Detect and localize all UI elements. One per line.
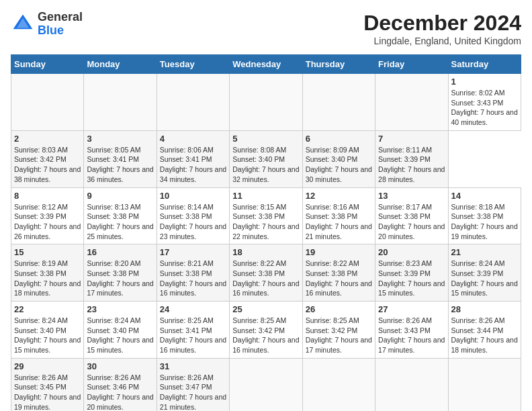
day-info: Sunrise: 8:06 AMSunset: 3:41 PMDaylight:…	[160, 145, 226, 185]
day-number: 5	[232, 134, 299, 144]
calendar-day-cell: 25Sunrise: 8:25 AMSunset: 3:42 PMDayligh…	[230, 302, 302, 359]
day-number: 18	[232, 247, 299, 257]
calendar-day-cell: 11Sunrise: 8:15 AMSunset: 3:38 PMDayligh…	[230, 187, 302, 244]
day-info: Sunrise: 8:22 AMSunset: 3:38 PMDaylight:…	[306, 259, 372, 298]
calendar-day-cell: 19Sunrise: 8:22 AMSunset: 3:38 PMDayligh…	[302, 244, 375, 302]
day-info: Sunrise: 8:15 AMSunset: 3:38 PMDaylight:…	[232, 202, 299, 242]
day-info: Sunrise: 8:08 AMSunset: 3:40 PMDaylight:…	[232, 145, 299, 185]
calendar-day-cell: 18Sunrise: 8:22 AMSunset: 3:38 PMDayligh…	[230, 244, 302, 302]
calendar-day-cell: 23Sunrise: 8:24 AMSunset: 3:40 PMDayligh…	[84, 302, 157, 359]
day-info: Sunrise: 8:26 AMSunset: 3:45 PMDaylight:…	[14, 373, 81, 411]
day-number: 21	[451, 247, 518, 257]
day-number: 17	[160, 247, 226, 257]
day-number: 25	[232, 304, 299, 314]
calendar-header-wednesday: Wednesday	[230, 55, 302, 74]
calendar-day-cell: 22Sunrise: 8:24 AMSunset: 3:40 PMDayligh…	[11, 302, 84, 359]
day-number: 1	[451, 77, 518, 87]
day-number: 24	[160, 304, 226, 314]
calendar-header-row: SundayMondayTuesdayWednesdayThursdayFrid…	[11, 55, 521, 74]
calendar-day-cell: 20Sunrise: 8:23 AMSunset: 3:39 PMDayligh…	[375, 244, 448, 302]
day-info: Sunrise: 8:26 AMSunset: 3:47 PMDaylight:…	[160, 373, 226, 411]
day-info: Sunrise: 8:14 AMSunset: 3:38 PMDaylight:…	[160, 202, 226, 242]
calendar-day-cell: 7Sunrise: 8:11 AMSunset: 3:39 PMDaylight…	[375, 130, 448, 187]
day-info: Sunrise: 8:21 AMSunset: 3:38 PMDaylight:…	[160, 259, 226, 298]
day-number: 29	[14, 361, 81, 371]
day-number: 4	[160, 134, 226, 144]
calendar-day-cell: 27Sunrise: 8:26 AMSunset: 3:43 PMDayligh…	[375, 302, 448, 359]
day-info: Sunrise: 8:03 AMSunset: 3:42 PMDaylight:…	[14, 145, 81, 185]
calendar-day-cell: 8Sunrise: 8:12 AMSunset: 3:39 PMDaylight…	[11, 187, 84, 244]
calendar-header-saturday: Saturday	[448, 55, 521, 74]
day-info: Sunrise: 8:23 AMSunset: 3:39 PMDaylight:…	[378, 259, 445, 298]
calendar-header-monday: Monday	[84, 55, 157, 74]
calendar-day-cell: 1Sunrise: 8:02 AMSunset: 3:43 PMDaylight…	[448, 74, 521, 131]
day-info: Sunrise: 8:11 AMSunset: 3:39 PMDaylight:…	[378, 145, 445, 185]
day-number: 10	[160, 191, 226, 201]
calendar-day-cell: 14Sunrise: 8:18 AMSunset: 3:38 PMDayligh…	[448, 187, 521, 244]
day-number: 22	[14, 304, 81, 314]
day-info: Sunrise: 8:26 AMSunset: 3:43 PMDaylight:…	[378, 316, 445, 355]
calendar-day-cell: 15Sunrise: 8:19 AMSunset: 3:38 PMDayligh…	[11, 244, 84, 302]
logo-text: General Blue	[38, 11, 83, 38]
day-info: Sunrise: 8:20 AMSunset: 3:38 PMDaylight:…	[87, 259, 153, 298]
day-info: Sunrise: 8:25 AMSunset: 3:41 PMDaylight:…	[160, 316, 226, 355]
day-number: 19	[306, 247, 372, 257]
day-number: 6	[306, 134, 372, 144]
empty-cell	[375, 358, 448, 411]
calendar-day-cell: 24Sunrise: 8:25 AMSunset: 3:41 PMDayligh…	[157, 302, 229, 359]
day-number: 3	[87, 134, 153, 144]
day-info: Sunrise: 8:18 AMSunset: 3:38 PMDaylight:…	[451, 202, 518, 242]
day-number: 28	[451, 304, 518, 314]
page-header: General Blue December 2024 Lingdale, Eng…	[11, 11, 521, 46]
day-info: Sunrise: 8:05 AMSunset: 3:41 PMDaylight:…	[87, 145, 153, 185]
empty-cell	[157, 74, 229, 131]
day-info: Sunrise: 8:25 AMSunset: 3:42 PMDaylight:…	[306, 316, 372, 355]
empty-cell	[302, 74, 375, 131]
day-number: 12	[306, 191, 372, 201]
day-number: 23	[87, 304, 153, 314]
empty-cell	[11, 74, 84, 131]
empty-cell	[84, 74, 157, 131]
general-blue-logo-icon	[11, 12, 35, 36]
day-number: 13	[378, 191, 445, 201]
calendar-day-cell: 28Sunrise: 8:26 AMSunset: 3:44 PMDayligh…	[448, 302, 521, 359]
day-info: Sunrise: 8:12 AMSunset: 3:39 PMDaylight:…	[14, 202, 81, 242]
calendar-day-cell: 13Sunrise: 8:17 AMSunset: 3:38 PMDayligh…	[375, 187, 448, 244]
calendar-day-cell: 29Sunrise: 8:26 AMSunset: 3:45 PMDayligh…	[11, 358, 84, 411]
day-info: Sunrise: 8:22 AMSunset: 3:38 PMDaylight:…	[232, 259, 299, 298]
calendar-week-row: 22Sunrise: 8:24 AMSunset: 3:40 PMDayligh…	[11, 302, 521, 359]
empty-cell	[375, 74, 448, 131]
day-info: Sunrise: 8:19 AMSunset: 3:38 PMDaylight:…	[14, 259, 81, 298]
calendar-week-row: 15Sunrise: 8:19 AMSunset: 3:38 PMDayligh…	[11, 244, 521, 302]
calendar-day-cell: 16Sunrise: 8:20 AMSunset: 3:38 PMDayligh…	[84, 244, 157, 302]
empty-cell	[302, 358, 375, 411]
calendar-header-sunday: Sunday	[11, 55, 84, 74]
day-number: 30	[87, 361, 153, 371]
calendar-header-thursday: Thursday	[302, 55, 375, 74]
calendar-table: SundayMondayTuesdayWednesdayThursdayFrid…	[11, 54, 521, 411]
day-number: 11	[232, 191, 299, 201]
day-info: Sunrise: 8:09 AMSunset: 3:40 PMDaylight:…	[306, 145, 372, 185]
day-number: 31	[160, 361, 226, 371]
day-number: 14	[451, 191, 518, 201]
calendar-day-cell: 3Sunrise: 8:05 AMSunset: 3:41 PMDaylight…	[84, 130, 157, 187]
day-info: Sunrise: 8:24 AMSunset: 3:40 PMDaylight:…	[14, 316, 81, 355]
day-info: Sunrise: 8:26 AMSunset: 3:46 PMDaylight:…	[87, 373, 153, 411]
day-info: Sunrise: 8:25 AMSunset: 3:42 PMDaylight:…	[232, 316, 299, 355]
title-area: December 2024 Lingdale, England, United …	[363, 11, 521, 46]
logo-blue: Blue	[38, 24, 83, 38]
calendar-day-cell: 30Sunrise: 8:26 AMSunset: 3:46 PMDayligh…	[84, 358, 157, 411]
day-number: 27	[378, 304, 445, 314]
day-number: 7	[378, 134, 445, 144]
empty-cell	[230, 358, 302, 411]
calendar-day-cell: 4Sunrise: 8:06 AMSunset: 3:41 PMDaylight…	[157, 130, 229, 187]
day-number: 16	[87, 247, 153, 257]
calendar-week-row: 1Sunrise: 8:02 AMSunset: 3:43 PMDaylight…	[11, 74, 521, 131]
calendar-header-tuesday: Tuesday	[157, 55, 229, 74]
empty-cell	[230, 74, 302, 131]
day-number: 26	[306, 304, 372, 314]
calendar-day-cell: 26Sunrise: 8:25 AMSunset: 3:42 PMDayligh…	[302, 302, 375, 359]
location: Lingdale, England, United Kingdom	[363, 36, 521, 46]
calendar-day-cell: 5Sunrise: 8:08 AMSunset: 3:40 PMDaylight…	[230, 130, 302, 187]
day-info: Sunrise: 8:13 AMSunset: 3:38 PMDaylight:…	[87, 202, 153, 242]
